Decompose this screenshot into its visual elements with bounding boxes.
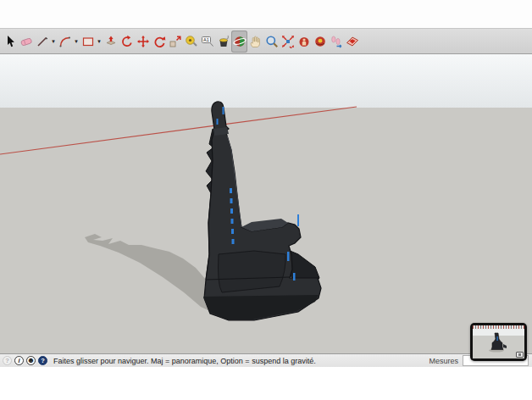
text-label-icon: A1 xyxy=(201,35,214,48)
rectangle-dropdown-arrow-icon[interactable]: ▾ xyxy=(96,31,103,53)
eraser-tool-button[interactable] xyxy=(18,31,34,53)
line-dropdown-arrow-icon[interactable]: ▾ xyxy=(50,31,57,53)
zoom-extents-icon xyxy=(281,35,295,48)
orbit-icon xyxy=(233,35,247,48)
eraser-icon xyxy=(19,35,33,48)
window-title-area xyxy=(0,0,532,28)
arc-icon xyxy=(58,35,72,48)
geo-help-icon[interactable]: ? xyxy=(3,356,12,365)
paint-bucket-icon xyxy=(217,35,230,48)
window-bottom-area xyxy=(0,367,532,400)
move-icon xyxy=(136,35,150,48)
scale-icon xyxy=(169,35,182,48)
text-label-tool-button[interactable]: A1 xyxy=(199,31,215,53)
rectangle-icon xyxy=(81,35,95,48)
followme-icon xyxy=(120,35,134,48)
help-icon[interactable]: ? xyxy=(38,356,47,365)
arc-dropdown-arrow-icon[interactable]: ▾ xyxy=(73,31,80,53)
preview-mini-viewport xyxy=(473,325,524,358)
section-plane-icon xyxy=(346,35,359,48)
status-bar: ?i☻? Faites glisser pour naviguer. Maj =… xyxy=(0,353,532,367)
scale-tool-button[interactable] xyxy=(167,31,183,53)
sketchup-window: ▾▾▾A1 xyxy=(0,0,532,400)
base-skirt xyxy=(203,295,319,319)
walk-tool-button[interactable] xyxy=(328,31,344,53)
user-icon[interactable]: ☻ xyxy=(26,356,36,365)
followme-tool-button[interactable] xyxy=(119,31,135,53)
look-around-tool-button[interactable] xyxy=(312,31,328,53)
orbit-tool-button[interactable] xyxy=(231,31,247,53)
rectangle-tool-button[interactable] xyxy=(80,31,96,53)
look-around-icon xyxy=(313,35,327,48)
pan-tool-button[interactable] xyxy=(247,31,263,53)
tape-measure-icon xyxy=(185,35,198,48)
rotate-icon xyxy=(152,35,166,48)
line-tool-button[interactable] xyxy=(34,31,50,53)
preview-thumbnail[interactable] xyxy=(470,323,527,361)
tape-measure-tool-button[interactable] xyxy=(183,31,199,53)
scene-3d xyxy=(0,54,532,353)
zoom-icon xyxy=(265,35,279,48)
walk-icon xyxy=(330,35,343,48)
measurements-label: Mesures xyxy=(429,357,458,365)
line-icon xyxy=(36,35,49,48)
rotate-tool-button[interactable] xyxy=(151,31,167,53)
status-hint-text: Faites glisser pour naviguer. Maj = pano… xyxy=(53,357,429,365)
info-icon[interactable]: i xyxy=(14,356,24,365)
side-panel-seam xyxy=(219,251,286,292)
position-camera-tool-button[interactable] xyxy=(296,31,312,53)
svg-text:A1: A1 xyxy=(203,37,209,42)
section-plane-tool-button[interactable] xyxy=(344,31,360,53)
viewport-3d[interactable] xyxy=(0,54,532,353)
arc-tool-button[interactable] xyxy=(57,31,73,53)
zoom-tool-button[interactable] xyxy=(263,31,280,53)
select-tool-button[interactable] xyxy=(2,31,18,53)
preview-grip-button[interactable] xyxy=(516,352,524,358)
position-camera-icon xyxy=(297,35,311,48)
pushpull-icon xyxy=(104,35,118,48)
paint-bucket-tool-button[interactable] xyxy=(215,31,231,53)
zoom-extents-tool-button[interactable] xyxy=(280,31,296,53)
select-icon xyxy=(3,35,17,48)
red-axis-line[interactable] xyxy=(0,107,357,154)
pushpull-tool-button[interactable] xyxy=(103,31,119,53)
move-tool-button[interactable] xyxy=(135,31,151,53)
pan-icon xyxy=(249,35,263,48)
main-toolbar: ▾▾▾A1 xyxy=(0,28,532,54)
